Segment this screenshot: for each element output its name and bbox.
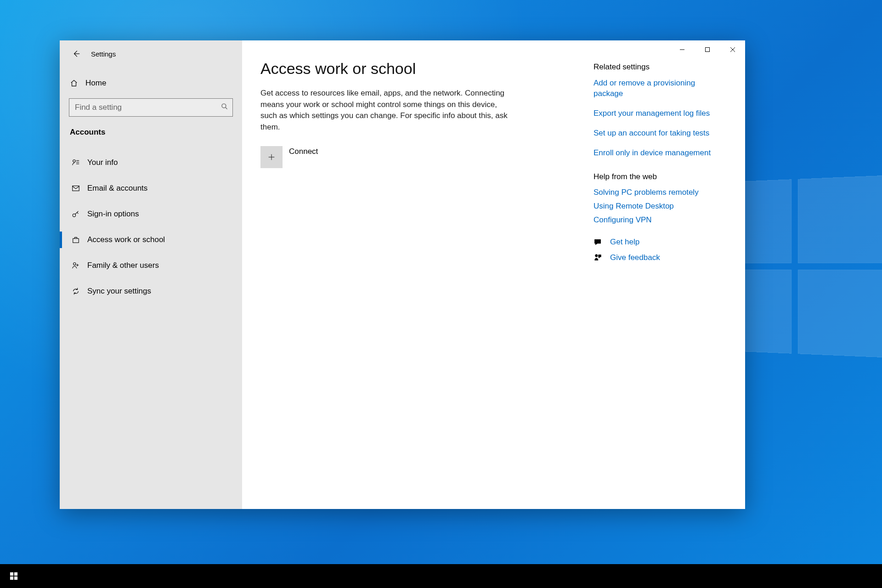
svg-rect-1 <box>705 48 709 52</box>
svg-point-5 <box>222 104 226 108</box>
give-feedback-row[interactable]: Give feedback <box>594 253 727 262</box>
nav-your-info[interactable]: Your info <box>60 150 242 175</box>
settings-window: Settings Home Accounts <box>60 40 745 509</box>
help-heading: Help from the web <box>594 172 727 181</box>
search-icon <box>221 103 228 112</box>
get-help-link[interactable]: Get help <box>610 237 639 247</box>
svg-rect-15 <box>73 238 79 243</box>
maximize-button[interactable] <box>695 40 720 59</box>
nav-label: Your info <box>87 158 118 167</box>
svg-rect-24 <box>599 254 601 257</box>
sync-icon <box>70 287 82 295</box>
connect-label: Connect <box>289 147 318 156</box>
svg-line-6 <box>226 107 227 109</box>
plus-icon <box>260 146 283 168</box>
desktop-background: Settings Home Accounts <box>0 0 882 588</box>
nav-label: Sign-in options <box>87 209 139 219</box>
taskbar <box>0 564 882 588</box>
svg-rect-26 <box>10 572 13 576</box>
search-input[interactable] <box>69 98 233 117</box>
svg-line-14 <box>77 212 79 214</box>
person-icon <box>70 158 82 167</box>
link-solving-pc-remotely[interactable]: Solving PC problems remotely <box>594 188 727 197</box>
link-remote-desktop[interactable]: Using Remote Desktop <box>594 202 727 211</box>
nav-family-other-users[interactable]: Family & other users <box>60 253 242 278</box>
app-title: Settings <box>91 50 116 58</box>
link-export-logs[interactable]: Export your management log files <box>594 108 727 119</box>
nav-label: Access work or school <box>87 235 165 244</box>
link-configuring-vpn[interactable]: Configuring VPN <box>594 215 727 225</box>
start-button[interactable] <box>3 565 25 587</box>
get-help-row[interactable]: ? Get help <box>594 237 727 247</box>
give-feedback-link[interactable]: Give feedback <box>610 253 660 262</box>
home-button[interactable]: Home <box>60 73 242 94</box>
svg-rect-29 <box>14 577 17 580</box>
home-icon <box>70 79 80 87</box>
mail-icon <box>70 184 82 192</box>
svg-marker-25 <box>599 257 600 258</box>
feedback-icon <box>594 254 605 262</box>
nav-signin-options[interactable]: Sign-in options <box>60 201 242 227</box>
svg-point-12 <box>73 214 75 217</box>
back-button[interactable] <box>67 45 85 62</box>
nav-email-accounts[interactable]: Email & accounts <box>60 175 242 201</box>
link-enroll-device-mgmt[interactable]: Enroll only in device management <box>594 148 727 158</box>
minimize-button[interactable] <box>669 40 695 59</box>
nav-access-work-school[interactable]: Access work or school <box>60 227 242 253</box>
svg-rect-28 <box>10 577 13 580</box>
category-heading: Accounts <box>60 117 242 141</box>
link-provisioning-package[interactable]: Add or remove a provisioning package <box>594 78 727 99</box>
key-icon <box>70 210 82 218</box>
page-description: Get access to resources like email, apps… <box>260 88 509 133</box>
nav-label: Family & other users <box>87 261 159 270</box>
close-button[interactable] <box>720 40 745 59</box>
svg-point-16 <box>74 263 76 265</box>
related-settings-heading: Related settings <box>594 62 727 72</box>
svg-point-23 <box>595 254 598 256</box>
search-container <box>69 98 233 117</box>
svg-text:?: ? <box>597 240 599 243</box>
page-title: Access work or school <box>260 60 536 78</box>
chat-help-icon: ? <box>594 238 605 246</box>
main-content: Access work or school Get access to reso… <box>242 40 745 509</box>
nav-list: Your info Email & accounts Sign-in optio… <box>60 150 242 304</box>
svg-rect-11 <box>73 186 79 191</box>
briefcase-icon <box>70 236 82 244</box>
nav-label: Email & accounts <box>87 184 147 193</box>
people-icon <box>70 261 82 270</box>
home-label: Home <box>85 79 106 88</box>
nav-sync-settings[interactable]: Sync your settings <box>60 278 242 304</box>
link-setup-test-account[interactable]: Set up an account for taking tests <box>594 128 727 139</box>
sidebar: Settings Home Accounts <box>60 40 242 509</box>
nav-label: Sync your settings <box>87 287 151 296</box>
svg-point-7 <box>73 160 75 162</box>
svg-line-13 <box>75 211 79 215</box>
svg-point-21 <box>599 241 599 241</box>
connect-button[interactable]: Connect <box>260 146 536 168</box>
titlebar-controls <box>669 40 745 59</box>
svg-rect-27 <box>14 572 17 576</box>
right-rail: Related settings Add or remove a provisi… <box>594 60 727 509</box>
